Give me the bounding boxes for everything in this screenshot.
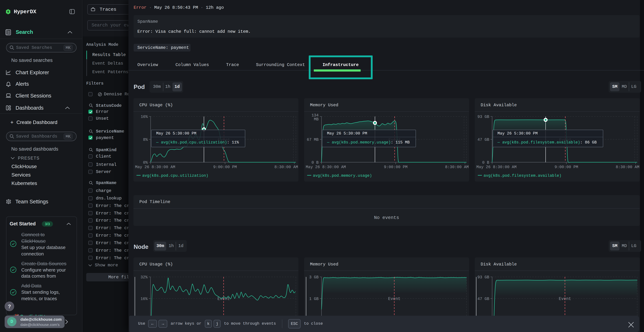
svg-text:avg(k8s.pod.memory.usage): avg(k8s.pod.memory.usage) <box>313 174 372 178</box>
svg-text:47 GB: 47 GB <box>478 138 489 142</box>
svg-text:93 GB: 93 GB <box>478 115 489 119</box>
svg-text:0 B: 0 B <box>312 160 318 165</box>
svg-text:MB: MB <box>314 117 318 122</box>
svg-text:0%: 0% <box>143 160 148 165</box>
svg-text:1 GB: 1 GB <box>309 297 318 301</box>
svg-text:16%: 16% <box>140 115 148 119</box>
svg-text:32%: 32% <box>140 275 148 280</box>
svg-text:16%: 16% <box>140 297 148 301</box>
svg-text:May 26 8:30:00 AM: May 26 8:30:00 AM <box>476 165 516 170</box>
svg-text:9:00:00 PM: 9:00:00 PM <box>554 165 578 170</box>
svg-text:8%: 8% <box>143 138 148 142</box>
svg-text:8:30:00 AM: 8:30:00 AM <box>274 165 298 170</box>
svg-text:9:00:00 PM: 9:00:00 PM <box>213 165 237 170</box>
svg-text:May 26 8:30:00 AM: May 26 8:30:00 AM <box>135 165 175 170</box>
svg-text:avg(k8s.pod.cpu.utilization): avg(k8s.pod.cpu.utilization) <box>142 174 208 178</box>
svg-text:47 GB: 47 GB <box>478 297 489 301</box>
svg-text:avg(k8s.pod.filesystem.availab: avg(k8s.pod.filesystem.available) <box>484 174 562 178</box>
svg-text:May 26 8:30:00 AM: May 26 8:30:00 AM <box>306 165 346 170</box>
svg-text:67 MB: 67 MB <box>307 138 318 142</box>
svg-text:93 GB: 93 GB <box>478 275 489 280</box>
svg-text:3 GB: 3 GB <box>309 275 318 280</box>
svg-text:9:00:00 PM: 9:00:00 PM <box>384 165 408 170</box>
svg-text:8:30:00 AM: 8:30:00 AM <box>445 165 469 170</box>
svg-text:0 B: 0 B <box>482 160 489 165</box>
svg-text:8:30:00 AM: 8:30:00 AM <box>616 165 639 170</box>
